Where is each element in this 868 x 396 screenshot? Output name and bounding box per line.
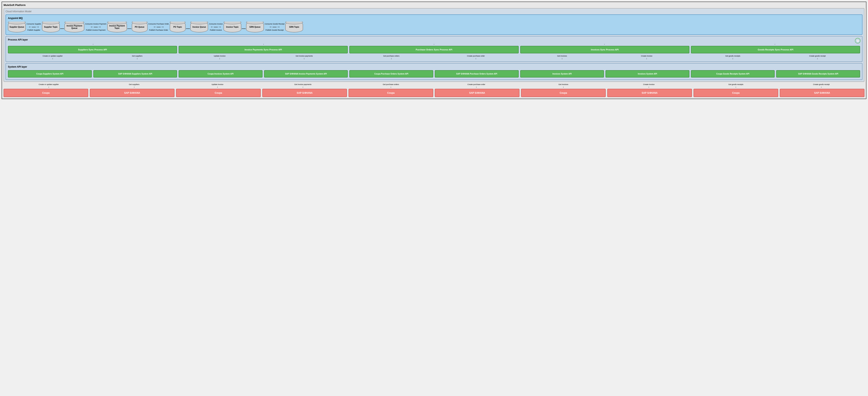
coupa-box-3: Coupa [348, 89, 433, 97]
consume-invoice-label: Consume Invoice [209, 23, 223, 25]
sap-box-4: SAP S/4HANA [607, 89, 692, 97]
supplier-queue-cylinder: Supplier Queue [8, 22, 26, 32]
invoice-bottom-arrows: Get invoices ↓ Create invoice ↓ [520, 55, 689, 60]
bottom-create-update-supplier: Create or update supplier ↓ [38, 84, 59, 88]
down-arrow-5: ↓ [391, 57, 392, 60]
process-api-title: Process API layer [8, 38, 860, 41]
sap-invoice-payments-system-api: SAP S/4HANA Invoice Payments System API [264, 70, 348, 77]
coupa-box-2: Coupa [176, 89, 261, 97]
v-arrow-invoice-pay: ↓ [179, 43, 349, 45]
bottom-get-invoice-payments-label: Get invoice payments [294, 84, 312, 86]
system-api-boxes: Coupa Suppliers System API SAP S/4HANA S… [8, 70, 860, 77]
update-invoice-arrow: Update invoice ↓ [214, 55, 225, 60]
process-api-layer: Process API layer 🕐 ↓ ↓ ↓ ↓ ↓ [5, 36, 863, 62]
bottom-get-po: Get purchase orders ↓ [383, 84, 399, 88]
get-suppliers-label: Get suppliers [132, 55, 143, 57]
mq-item-invoice-queue: Invoice Queue [190, 22, 208, 32]
supplier-topic-cylinder: Supplier Topic [42, 22, 60, 32]
bottom-arrow-2: ↓ [133, 86, 135, 88]
bottom-arrows-section: Create or update supplier ↓ Get supplier… [4, 84, 864, 88]
coupa-suppliers-system-api: Coupa Suppliers System API [8, 70, 92, 77]
sap-box-2: SAP S/4HANA [262, 89, 347, 97]
invoices-system-api-1: Invoices System API [520, 70, 604, 77]
anypoint-mq-section: Anypoint MQ Supplier Queue Consume Suppl… [5, 14, 863, 35]
mq-cylinders-row: Supplier Queue Consume Supplier ← → Publ… [8, 22, 860, 32]
get-goods-receipts-arrow: Get goods receipts ↓ [725, 55, 740, 60]
invoice-payment-topic-cylinder: Invoice Payment Topic [107, 22, 127, 32]
invoice-payment-queue-cylinder: Invoice Payment Queue [64, 22, 84, 32]
bottom-arrow-4: ↓ [302, 86, 304, 88]
create-goods-receipt-label: Create goods receipt [809, 55, 826, 57]
cim-title: Cloud Information Model [5, 10, 863, 13]
bottom-create-update-supplier-label: Create or update supplier [38, 84, 59, 86]
down-arrow-2: ↓ [137, 57, 138, 60]
consume-supplier-label: Consume Supplier [27, 23, 41, 25]
sap-box-3: SAP S/4HANA [435, 89, 520, 97]
bottom-red-boxes: Coupa SAP S/4HANA Coupa SAP S/4HANA Coup… [4, 89, 864, 97]
get-goods-receipts-label: Get goods receipts [725, 55, 740, 57]
bidirectional-arrow-po: ← → [153, 25, 164, 29]
publish-invoice-label: Publish Invoice [210, 29, 222, 31]
mq-to-process-arrows: ↓ ↓ ↓ ↓ ↓ [8, 43, 860, 45]
mq-item-invoice-payment-topic: Invoice Payment Topic [107, 22, 127, 32]
bottom-create-invoice: Create invoice ↓ [643, 84, 655, 88]
sap-suppliers-system-api: SAP S/4HANA Suppliers System API [93, 70, 177, 77]
sap-purchase-orders-system-api: SAP S/4HANA Purchase Orders System API [435, 70, 519, 77]
bidirectional-arrow-supplier: ← → [28, 25, 39, 29]
bottom-arrow-9: ↓ [735, 86, 737, 88]
get-invoices-label: Get invoices [557, 55, 567, 57]
bottom-get-goods-receipts: Get goods receipts ↓ [728, 84, 743, 88]
spacer-line-2 [127, 29, 131, 29]
mq-item-supplier-topic: Supplier Topic [42, 22, 60, 32]
down-arrow-8: ↓ [646, 57, 647, 60]
publish-invoice-payment-label: Publish Invoice Payment [86, 29, 105, 31]
spacer-line-4 [242, 29, 246, 29]
arrow-grn: Consume Goods Receipt ← → Publish Goods … [265, 23, 285, 31]
bottom-arrows-suppliers: Create or update supplier ↓ Get supplier… [4, 84, 175, 88]
create-po-arrow: Create purchase order ↓ [467, 55, 485, 60]
bottom-get-invoices-label: Get invoices [558, 84, 568, 86]
bidirectional-arrow-grn: ← → [269, 25, 280, 29]
bidirectional-arrow-invoice: ← → [90, 25, 101, 29]
arrow-invoice: Consume Invoice ← → Publish Invoice [209, 23, 223, 31]
get-po-arrow: Get purchase orders ↓ [383, 55, 399, 60]
down-arrow-4: ↓ [304, 57, 305, 60]
v-arrow-po: ↓ [349, 43, 519, 45]
system-api-layer: System API layer Coupa Suppliers System … [5, 63, 863, 80]
invoice-queue-cylinder: Invoice Queue [190, 22, 208, 32]
get-po-label: Get purchase orders [383, 55, 399, 57]
invoice-topic-cylinder: Invoice Topic [223, 22, 241, 32]
bottom-create-po-label: Create purchase order [467, 84, 485, 86]
create-update-supplier-arrow: Create or update supplier ↓ [42, 55, 63, 60]
system-api-title: System API layer [8, 65, 860, 68]
bottom-arrow-3: ↓ [217, 86, 218, 88]
grn-queue-cylinder: GRN Queue [246, 22, 264, 32]
v-arrow-suppliers: ↓ [8, 43, 179, 45]
coupa-purchase-orders-system-api: Coupa Purchase Orders System API [349, 70, 433, 77]
bottom-arrows-po: Get purchase orders ↓ Create purchase or… [348, 84, 520, 88]
v-arrow-grn: ↓ [689, 43, 860, 45]
arrow-invoice-payment: Consume Invoice Payment ← → Publish Invo… [85, 23, 106, 31]
v-label-suppliers: ↓ [93, 43, 94, 45]
clock-icon: 🕐 [855, 38, 861, 43]
create-update-supplier-label: Create or update supplier [42, 55, 63, 57]
bottom-arrows-invoices: Get invoices ↓ Create invoice ↓ [521, 84, 692, 88]
bottom-get-invoices: Get invoices ↓ [558, 84, 568, 88]
v-label-po: ↓ [434, 43, 435, 45]
po-topic-cylinder: PO Topic [170, 22, 186, 32]
bottom-arrow-7: ↓ [563, 86, 564, 88]
goods-receipts-sync-api: Goods Receipts Sync Process API [691, 46, 860, 54]
sap-box-5: SAP S/4HANA [780, 89, 864, 97]
platform-title: MuleSoft Platform [4, 4, 864, 6]
bottom-arrows-invoice-payment: Update invoice ↓ Get invoice payments ↓ [176, 84, 347, 88]
v-label-grn: ↓ [774, 43, 775, 45]
bottom-create-goods-receipt: Create goods receipt ↓ [813, 84, 830, 88]
bottom-arrow-1: ↓ [48, 86, 49, 88]
bottom-get-suppliers: Get suppliers ↓ [129, 84, 140, 88]
create-po-label: Create purchase order [467, 55, 485, 57]
bottom-get-goods-receipts-label: Get goods receipts [728, 84, 743, 86]
get-invoices-arrow: Get invoices ↓ [557, 55, 567, 60]
suppliers-sync-api: Suppliers Sync Process API [8, 46, 177, 54]
bottom-update-invoice-label: Update invoice [212, 84, 223, 86]
bottom-arrows-grn: Get goods receipts ↓ Create goods receip… [693, 84, 864, 88]
